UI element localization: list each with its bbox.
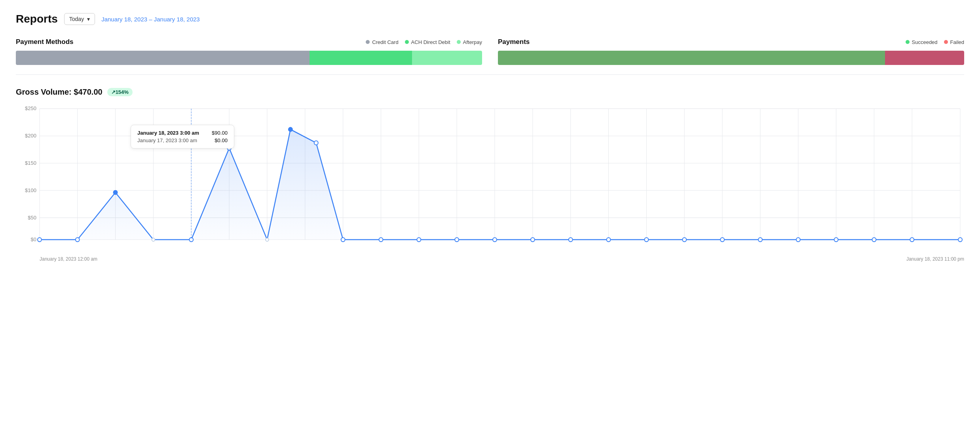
tooltip-date-2: January 17, 2023 3:00 am xyxy=(137,137,197,143)
svg-point-63 xyxy=(958,238,962,242)
svg-point-49 xyxy=(417,238,421,242)
svg-point-60 xyxy=(834,238,838,242)
legend-dot-ach xyxy=(405,40,409,44)
svg-text:$200: $200 xyxy=(25,133,36,139)
svg-point-44 xyxy=(266,238,269,241)
date-selector-dropdown[interactable]: Today ▾ xyxy=(64,13,95,25)
legend-label-ach: ACH Direct Debit xyxy=(411,39,450,45)
legend-dot-afterpay xyxy=(457,40,461,44)
legend-dot-succeeded xyxy=(906,40,910,44)
svg-point-61 xyxy=(872,238,876,242)
payment-methods-block: Payment Methods Credit Card ACH Direct D… xyxy=(16,38,482,65)
svg-point-50 xyxy=(455,238,459,242)
svg-point-41 xyxy=(152,238,155,241)
legend-label-credit-card: Credit Card xyxy=(372,39,398,45)
svg-point-59 xyxy=(796,238,800,242)
payments-block: Payments Succeeded Failed xyxy=(498,38,964,65)
gross-volume-section: Gross Volume: $470.00 ↗154% xyxy=(16,88,964,97)
svg-text:$250: $250 xyxy=(25,105,36,111)
svg-point-51 xyxy=(493,238,497,242)
svg-point-58 xyxy=(758,238,762,242)
svg-point-40 xyxy=(114,191,118,194)
x-axis-labels: January 18, 2023 12:00 am January 18, 20… xyxy=(16,256,964,262)
svg-point-55 xyxy=(644,238,648,242)
bar-afterpay xyxy=(412,51,482,65)
svg-point-52 xyxy=(531,238,535,242)
date-range-link[interactable]: January 18, 2023 – January 18, 2023 xyxy=(101,16,200,23)
date-selector-label: Today xyxy=(69,16,84,22)
svg-text:$100: $100 xyxy=(25,187,36,193)
svg-point-53 xyxy=(569,238,573,242)
svg-point-57 xyxy=(720,238,724,242)
gross-volume-prefix: Gross Volume: xyxy=(16,88,72,96)
payment-methods-header: Payment Methods Credit Card ACH Direct D… xyxy=(16,38,482,46)
legend-item-credit-card: Credit Card xyxy=(366,39,398,45)
chart-container: $250 $200 $150 $100 $50 $0 xyxy=(16,103,964,253)
svg-point-46 xyxy=(314,141,318,145)
gross-volume-value: $470.00 xyxy=(74,88,102,96)
tooltip-date-1: January 18, 2023 3:00 am xyxy=(137,130,199,136)
legend-label-failed: Failed xyxy=(950,39,964,45)
legend-item-succeeded: Succeeded xyxy=(906,39,938,45)
svg-text:$0: $0 xyxy=(30,236,36,242)
legend-item-ach: ACH Direct Debit xyxy=(405,39,450,45)
payments-title: Payments xyxy=(498,38,530,46)
x-label-right: January 18, 2023 11:00 pm xyxy=(906,256,964,262)
bar-credit-card xyxy=(16,51,310,65)
tooltip-value-2: $0.00 xyxy=(215,137,228,143)
payment-methods-bar xyxy=(16,51,482,65)
svg-point-62 xyxy=(910,238,914,242)
bar-succeeded xyxy=(498,51,885,65)
svg-point-45 xyxy=(289,128,292,132)
svg-point-54 xyxy=(607,238,611,242)
metrics-row: Payment Methods Credit Card ACH Direct D… xyxy=(16,38,964,75)
legend-label-afterpay: Afterpay xyxy=(463,39,482,45)
gross-volume-label-row: Gross Volume: $470.00 ↗154% xyxy=(16,88,964,97)
growth-badge: ↗154% xyxy=(107,88,133,96)
svg-point-39 xyxy=(76,238,80,242)
gross-volume-text: Gross Volume: $470.00 xyxy=(16,88,103,97)
payments-bar xyxy=(498,51,964,65)
legend-label-succeeded: Succeeded xyxy=(912,39,938,45)
payments-header: Payments Succeeded Failed xyxy=(498,38,964,46)
tooltip-value-1: $90.00 xyxy=(212,130,228,136)
svg-point-47 xyxy=(341,238,345,242)
bar-ach xyxy=(310,51,412,65)
svg-text:$150: $150 xyxy=(25,160,36,166)
chart-tooltip: January 18, 2023 3:00 am $90.00 January … xyxy=(131,125,234,149)
payment-methods-title: Payment Methods xyxy=(16,38,73,46)
payments-legend: Succeeded Failed xyxy=(906,39,964,45)
svg-text:$50: $50 xyxy=(28,215,36,221)
chevron-down-icon: ▾ xyxy=(87,16,90,22)
payment-methods-legend: Credit Card ACH Direct Debit Afterpay xyxy=(366,39,482,45)
legend-item-afterpay: Afterpay xyxy=(457,39,482,45)
x-label-left: January 18, 2023 12:00 am xyxy=(40,256,97,262)
page-header: Reports Today ▾ January 18, 2023 – Janua… xyxy=(16,13,964,25)
svg-point-56 xyxy=(682,238,686,242)
legend-dot-credit-card xyxy=(366,40,370,44)
legend-dot-failed xyxy=(944,40,948,44)
bar-failed xyxy=(885,51,964,65)
tooltip-row-2: January 17, 2023 3:00 am $0.00 xyxy=(137,137,228,143)
page-title: Reports xyxy=(16,13,58,25)
svg-point-38 xyxy=(38,238,42,242)
tooltip-row-1: January 18, 2023 3:00 am $90.00 xyxy=(137,130,228,136)
svg-point-48 xyxy=(379,238,383,242)
legend-item-failed: Failed xyxy=(944,39,964,45)
